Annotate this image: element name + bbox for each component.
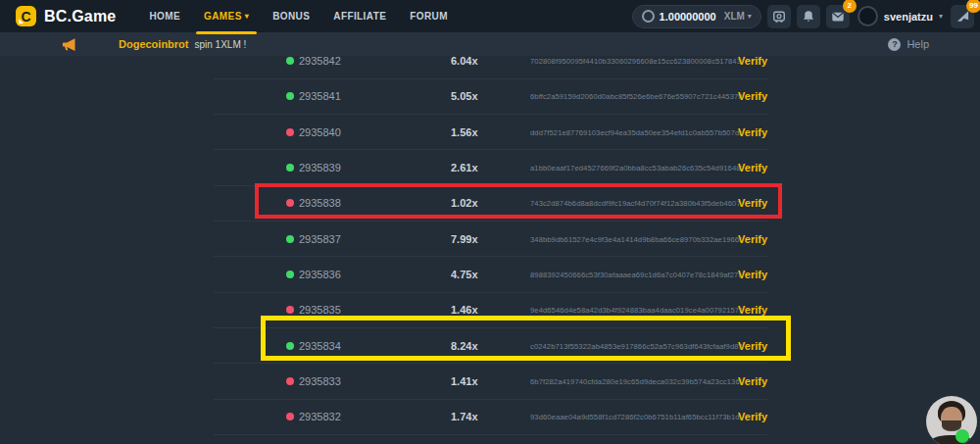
balance-currency: XLM	[724, 11, 745, 22]
table-row: 2935841 5.05x 6bffc2a59159d2060d0abc85f5…	[214, 78, 767, 114]
result-dot	[286, 164, 294, 172]
messages-button[interactable]: 2	[826, 5, 850, 28]
multiplier: 7.99x	[451, 233, 478, 245]
result-dot	[286, 57, 294, 65]
chevron-down-icon: ▾	[245, 12, 249, 21]
nav-affiliate[interactable]: AFFILIATE	[321, 0, 398, 32]
bet-history-table: 2935842 6.04x 702808f950095f4410b3306029…	[214, 43, 767, 444]
bet-id: 2935841	[299, 90, 341, 102]
result-dot	[286, 413, 294, 420]
table-row: 2935839 2.61x a1bb0eaaf17ed4527669f2a0bb…	[214, 149, 767, 184]
nav-bonus[interactable]: BONUS	[261, 0, 321, 32]
bell-icon	[802, 10, 815, 24]
table-row: 2935833 1.41x 6b7f282a419740cfda280e19c6…	[214, 363, 767, 398]
bet-hash: ddd7f521e87769103ecf94ea35da50ee354efd1c…	[530, 127, 742, 136]
multiplier: 1.74x	[451, 411, 478, 422]
megaphone-icon	[61, 37, 77, 52]
chevron-down-icon: ▾	[748, 12, 752, 21]
multiplier: 8.24x	[451, 340, 478, 352]
announcement-text: spin 1XLM !	[195, 39, 247, 50]
verify-link[interactable]: Verify	[738, 375, 767, 387]
bet-hash: 8988392450666c53f30afaaaea69c1d6a7c0407e…	[530, 270, 742, 278]
balance-dropdown[interactable]: 1.00000000 XLM ▾	[632, 5, 761, 28]
brand-logo[interactable]: C BC.Game	[16, 6, 116, 26]
user-menu[interactable]: svenjatzu ▾	[858, 6, 943, 26]
bet-id: 2935836	[299, 269, 341, 280]
chat-badge: 99	[966, 0, 980, 13]
chat-icon	[956, 9, 970, 24]
bet-id: 2935834	[299, 340, 341, 352]
balance-amount: 1.00000000	[660, 11, 716, 23]
chevron-down-icon: ▾	[939, 12, 943, 21]
bet-id: 2935840	[299, 126, 341, 138]
multiplier: 6.04x	[451, 55, 478, 67]
question-mark-icon: ?	[888, 38, 901, 51]
online-status-dot	[956, 429, 969, 443]
multiplier: 1.41x	[451, 375, 478, 387]
table-row: 2935835 1.46x 9e4d6546d4e58a42d3b4f92488…	[214, 292, 767, 327]
bet-id: 2935832	[299, 411, 341, 422]
nav-forum[interactable]: FORUM	[398, 0, 460, 32]
bet-id: 2935839	[299, 162, 341, 173]
header-right-cluster: 1.00000000 XLM ▾ 2 svenj	[632, 0, 974, 32]
verify-link[interactable]: Verify	[738, 126, 767, 138]
vault-button[interactable]	[767, 5, 791, 28]
username: svenjatzu	[884, 11, 933, 23]
help-button[interactable]: ? Help	[888, 32, 929, 56]
bet-hash: 6b7f282a419740cfda280e19c65d9deca032c39b…	[530, 376, 742, 385]
table-row: 2935837 7.99x 348bb9db61527e4c9f3e4a1414…	[214, 221, 767, 256]
bet-hash: 348bb9db61527e4c9f3e4a1414d9b8ba66ce8970…	[530, 234, 742, 243]
mail-badge: 2	[843, 0, 857, 13]
chat-button[interactable]: 99	[951, 5, 974, 28]
multiplier: 5.05x	[451, 90, 478, 102]
table-row: 2935832 1.74x 93d60eaae04a9d558f1cd7286f…	[214, 399, 767, 434]
table-row-red-highlighted: 2935838 1.02x 743c2d874b6d8a8dcdf9fc19ac…	[214, 185, 767, 221]
verify-link[interactable]: Verify	[738, 90, 767, 102]
announcement-link[interactable]: Dogecoinbrot	[119, 38, 189, 50]
coin-icon	[642, 10, 655, 23]
bet-id: 2935833	[299, 375, 341, 387]
nav-games[interactable]: GAMES▾	[192, 0, 261, 32]
verify-link[interactable]: Verify	[738, 162, 767, 173]
bet-hash: 743c2d874b6d8a8dcdf9fc19acf4d70f74f12a38…	[530, 199, 742, 208]
multiplier: 1.02x	[451, 197, 478, 209]
verify-link[interactable]: Verify	[738, 233, 767, 245]
verify-link[interactable]: Verify	[738, 411, 767, 422]
announcement-bar: Dogecoinbrot spin 1XLM ! ? Help	[0, 32, 980, 56]
result-dot	[286, 271, 294, 278]
bet-id: 2935835	[299, 304, 341, 316]
table-row-yellow-highlighted: 2935834 8.24x c0242b713f55322ab4853e9178…	[214, 327, 767, 363]
bet-hash: 6bffc2a59159d2060d0abc85f526e6be676e5590…	[530, 92, 742, 101]
top-header: C BC.Game HOME GAMES▾ BONUS AFFILIATE FO…	[0, 0, 980, 32]
result-dot	[286, 199, 294, 207]
result-dot	[286, 235, 294, 243]
bet-hash: a1bb0eaaf17ed4527669f2a0bba8cc53abab26c6…	[530, 163, 742, 172]
bet-hash: 9e4d6546d4e58a42d3b4f924883baa4daac019ce…	[530, 306, 742, 315]
verify-link[interactable]: Verify	[738, 304, 767, 316]
main-nav: HOME GAMES▾ BONUS AFFILIATE FORUM	[137, 0, 459, 32]
verify-link[interactable]: Verify	[738, 340, 767, 352]
multiplier: 2.61x	[451, 162, 478, 173]
bet-hash: c0242b713f55322ab4853e917866c52a57c963df…	[530, 341, 742, 350]
nav-home[interactable]: HOME	[137, 0, 192, 32]
bet-id: 2935842	[299, 55, 341, 67]
result-dot	[286, 306, 294, 314]
multiplier: 4.75x	[451, 269, 478, 280]
bet-id: 2935838	[299, 197, 341, 209]
bet-id: 2935837	[299, 233, 341, 245]
result-dot	[286, 128, 294, 136]
brand-name: BC.Game	[44, 8, 116, 25]
table-row: 2935831 1.72x aa4e51dfba1eef6ad4bb98412c…	[214, 434, 767, 444]
verify-link[interactable]: Verify	[738, 197, 767, 209]
avatar	[858, 6, 878, 26]
vault-icon	[772, 10, 786, 24]
multiplier: 1.46x	[451, 304, 478, 316]
result-dot	[286, 342, 294, 350]
notifications-button[interactable]	[797, 5, 820, 28]
table-row: 2935840 1.56x ddd7f521e87769103ecf94ea35…	[214, 114, 767, 149]
verify-link[interactable]: Verify	[738, 269, 767, 280]
webcam-overlay	[926, 396, 977, 444]
mail-icon	[831, 10, 845, 24]
verify-link[interactable]: Verify	[738, 55, 767, 67]
result-dot	[286, 92, 294, 100]
